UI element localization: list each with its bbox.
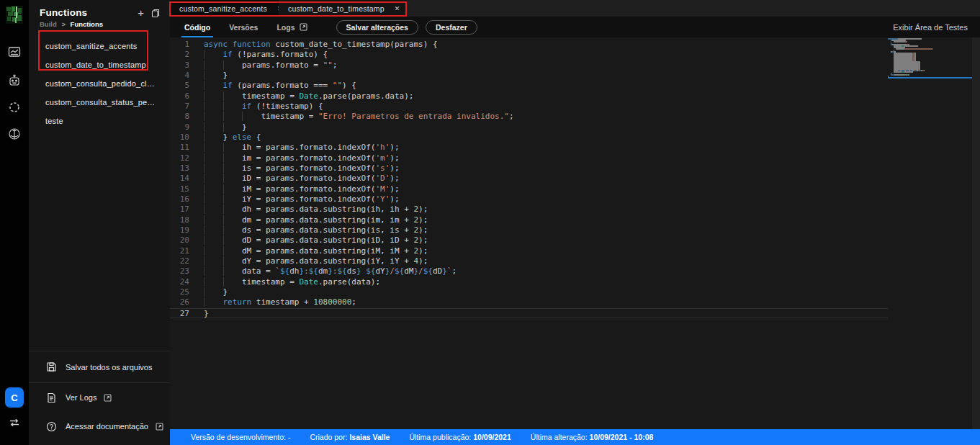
code-line[interactable]: 2 if (!params.formato) { (170, 50, 888, 60)
code-line[interactable]: 1async function custom_date_to_timestamp… (170, 40, 888, 50)
status-item: Criado por:Isaias Valle (310, 433, 390, 441)
save-changes-button[interactable]: Salvar alterações (336, 20, 418, 35)
code-line[interactable]: 13 is = params.formato.indexOf('s'); (170, 163, 888, 174)
close-tab-icon[interactable]: ✕ (395, 5, 400, 12)
external-link-icon (104, 394, 112, 402)
code-line[interactable]: 5 if (params.formato === "") { (170, 81, 888, 91)
code-text: iM = params.formato.indexOf('M'); (204, 184, 888, 194)
code-line[interactable]: 8 timestamp = "Erro! Parametros de entra… (170, 112, 888, 122)
duplicate-window-icon[interactable] (151, 9, 160, 18)
save-all-files-button[interactable]: Salvar todos os arquivos (29, 351, 170, 382)
code-line[interactable]: 3 params.formato = ""; (170, 60, 888, 71)
code-text: if (!params.formato) { (204, 50, 888, 60)
code-line[interactable]: 20 dD = params.data.substring(iD, iD + 2… (170, 235, 888, 246)
code-line[interactable]: 4 } (170, 71, 888, 81)
tab-logs[interactable]: Logs (277, 17, 307, 37)
code-line[interactable]: 16 iY = params.formato.indexOf('Y'); (170, 194, 888, 204)
code-line[interactable]: 7 if (!timestamp) { (170, 102, 888, 112)
globe-anchor-icon[interactable] (8, 127, 21, 140)
undo-button[interactable]: Desfazer (426, 20, 477, 35)
function-list: custom_sanitize_accentscustom_date_to_ti… (29, 37, 170, 130)
breadcrumb-root[interactable]: Build (40, 20, 57, 28)
code-line[interactable]: 12 im = params.formato.indexOf('m'); (170, 153, 888, 163)
code-text: data = `${dh}:${dm}:${ds} ${dY}/${dM}/${… (204, 266, 888, 277)
breadcrumb-separator: > (61, 20, 66, 28)
code-line[interactable]: 21 dM = params.data.substring(iM, iM + 2… (170, 246, 888, 256)
code-text: is = params.formato.indexOf('s'); (204, 163, 888, 174)
code-content[interactable]: 1async function custom_date_to_timestamp… (170, 37, 888, 429)
breadcrumb-current: Functions (71, 20, 103, 28)
status-item: Versão de desenvolvimento:- (191, 433, 290, 441)
tab-versoes[interactable]: Versões (229, 17, 258, 37)
robot-icon[interactable] (8, 74, 21, 87)
code-line[interactable]: 17 dh = params.data.substring(ih, ih + 2… (170, 204, 888, 215)
code-text: iY = params.formato.indexOf('Y'); (204, 194, 888, 204)
line-number: 24 (170, 277, 204, 287)
line-number: 17 (170, 204, 204, 215)
code-line[interactable]: 18 dm = params.data.substring(im, im + 2… (170, 215, 888, 225)
line-number: 7 (170, 102, 204, 112)
code-line[interactable]: 11 ih = params.formato.indexOf('h'); (170, 143, 888, 153)
minimap-current-line-marker (888, 77, 972, 78)
code-editor[interactable]: 1async function custom_date_to_timestamp… (170, 37, 980, 429)
open-docs-button[interactable]: Acessar documentação (29, 412, 170, 441)
code-text: async function custom_date_to_timestamp(… (204, 40, 888, 50)
tab-logs-label: Logs (277, 23, 295, 32)
editor-area: custom_sanitize_accents ✕ custom_date_to… (170, 0, 980, 445)
code-line[interactable]: 10 } else { (170, 132, 888, 143)
code-text: dD = params.data.substring(iD, iD + 2); (204, 235, 888, 246)
swap-arrows-icon[interactable] (8, 416, 21, 429)
breadcrumb: Build > Functions (40, 20, 170, 28)
line-number: 21 (170, 246, 204, 256)
code-text: if (!timestamp) { (204, 102, 888, 112)
show-test-area-link[interactable]: Exibir Área de Testes (893, 23, 968, 32)
code-line[interactable]: 25 } (170, 287, 888, 297)
code-line[interactable]: 26 return timestamp + 10800000; (170, 297, 888, 307)
function-list-item[interactable]: teste (29, 112, 170, 130)
code-line[interactable]: 6 timestamp = Date.parse(params.data); (170, 91, 888, 102)
code-line[interactable]: 27} (170, 308, 888, 318)
line-number: 11 (170, 143, 204, 153)
function-list-item[interactable]: custom_sanitize_accents (29, 37, 170, 55)
dashed-ring-icon[interactable] (8, 101, 21, 114)
code-line[interactable]: 23 data = `${dh}:${dm}:${ds} ${dY}/${dM}… (170, 266, 888, 277)
code-line[interactable]: 9 } (170, 122, 888, 132)
line-number: 10 (170, 132, 204, 143)
function-list-item[interactable]: custom_date_to_timestamp (29, 55, 170, 74)
log-file-icon (46, 392, 57, 403)
code-text: timestamp = Date.parse(params.data); (204, 91, 888, 102)
code-line[interactable]: 14 iD = params.formato.indexOf('D'); (170, 174, 888, 184)
code-line[interactable]: 24 timestamp = Date.parse(data); (170, 277, 888, 287)
code-text: iD = params.formato.indexOf('D'); (204, 174, 888, 184)
code-line[interactable]: 22 dY = params.data.substring(iY, iY + 4… (170, 256, 888, 266)
tab-custom-date-to-timestamp[interactable]: custom_date_to_timestamp ✕ (279, 0, 407, 17)
add-function-icon[interactable]: + (138, 8, 144, 18)
function-list-item[interactable]: custom_consulta_status_pe… (29, 93, 170, 112)
line-number: 15 (170, 184, 204, 194)
line-number: 22 (170, 256, 204, 266)
code-line[interactable]: 19 ds = params.data.substring(is, is + 2… (170, 225, 888, 235)
code-text: ih = params.formato.indexOf('h'); (204, 143, 888, 153)
minimap[interactable] (888, 38, 972, 83)
view-logs-button[interactable]: Ver Logs (29, 383, 170, 412)
tab-codigo[interactable]: Código (184, 17, 210, 37)
vertical-scrollbar[interactable] (972, 37, 980, 429)
code-text: } (204, 287, 888, 297)
line-number: 16 (170, 194, 204, 204)
line-number: 13 (170, 163, 204, 174)
tab-custom-sanitize-accents[interactable]: custom_sanitize_accents ✕ (170, 0, 279, 17)
app-logo[interactable] (6, 6, 23, 24)
code-text: im = params.formato.indexOf('m'); (204, 153, 888, 163)
code-text: } (204, 122, 888, 132)
line-number: 12 (170, 153, 204, 163)
analytics-chart-icon[interactable] (8, 45, 21, 58)
tab-label: custom_sanitize_accents (179, 4, 267, 13)
assistant-c-button[interactable]: C (5, 387, 24, 408)
code-line[interactable]: 15 iM = params.formato.indexOf('M'); (170, 184, 888, 194)
external-link-icon (300, 23, 307, 31)
left-icon-rail: C (0, 0, 29, 445)
line-number: 19 (170, 225, 204, 235)
function-list-item[interactable]: custom_consulta_pedido_cl… (29, 74, 170, 93)
code-text: timestamp = "Erro! Parametros de entrada… (204, 112, 888, 122)
line-number: 3 (170, 60, 204, 71)
